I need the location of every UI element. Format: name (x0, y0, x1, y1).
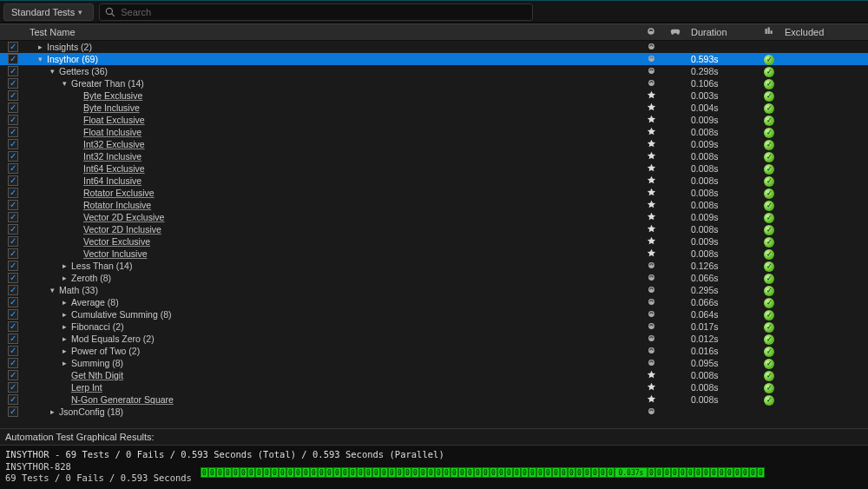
tree-row[interactable]: Rotator Inclusive0.008s (0, 199, 868, 211)
tree-row[interactable]: ▸Cumulative Summing (8)0.064s (0, 308, 868, 320)
row-checkbox[interactable] (8, 236, 18, 247)
tree-row[interactable]: Byte Exclusive0.003s (0, 89, 868, 102)
tree-row[interactable]: Int32 Inclusive0.008s (0, 150, 868, 162)
tree-row[interactable]: Float Exclusive0.009s (0, 114, 868, 126)
row-label[interactable]: Byte Inclusive (83, 102, 140, 113)
row-label[interactable]: Vector Exclusive (83, 236, 150, 247)
row-label[interactable]: Rotator Inclusive (83, 200, 151, 210)
tree-row[interactable]: Get Nth Digit0.008s (0, 369, 868, 381)
row-label[interactable]: Greater Than (14) (71, 78, 144, 89)
col-controller-icon[interactable] (663, 26, 687, 38)
expander-closed-icon[interactable]: ▸ (62, 347, 71, 355)
tree-row[interactable]: ▾Getters (36)0.298s (0, 65, 868, 77)
row-checkbox[interactable] (8, 394, 18, 405)
expander-open-icon[interactable]: ▾ (50, 286, 59, 294)
tree-row[interactable]: ▾Greater Than (14)0.106s (0, 77, 868, 89)
row-label[interactable]: Rotator Exclusive (83, 188, 155, 198)
row-checkbox[interactable] (8, 200, 18, 210)
row-label[interactable]: Lerp Int (71, 382, 102, 393)
search-field[interactable] (99, 3, 533, 21)
tree-row[interactable]: ▸Mod Equals Zero (2)0.012s (0, 333, 868, 345)
row-label[interactable]: Float Exclusive (83, 115, 145, 125)
row-label[interactable]: Cumulative Summing (8) (71, 309, 172, 320)
row-checkbox[interactable] (8, 406, 18, 417)
row-label[interactable]: Fibonacci (2) (71, 321, 124, 332)
row-checkbox[interactable] (8, 42, 18, 52)
row-checkbox[interactable] (8, 90, 18, 101)
tree-row[interactable]: Byte Inclusive0.004s (0, 102, 868, 114)
row-label[interactable]: Mod Equals Zero (2) (71, 334, 155, 344)
col-excluded[interactable]: Excluded (781, 27, 868, 37)
row-checkbox[interactable] (8, 151, 18, 162)
tree-row[interactable]: ▸Zeroth (8)0.066s (0, 272, 868, 284)
tree-row[interactable]: ▸Average (8)0.066s (0, 296, 868, 308)
row-label[interactable]: Insights (2) (47, 42, 92, 52)
tree-row[interactable]: Float Inclusive0.008s (0, 126, 868, 138)
row-checkbox[interactable] (8, 188, 18, 198)
row-label[interactable]: Vector 2D Exclusive (83, 212, 164, 222)
expander-closed-icon[interactable]: ▸ (62, 322, 71, 331)
row-label[interactable]: Vector 2D Inclusive (83, 224, 161, 235)
row-label[interactable]: Getters (36) (59, 66, 108, 76)
row-label[interactable]: Vector Inclusive (83, 248, 148, 259)
expander-open-icon[interactable]: ▾ (62, 79, 71, 88)
expander-open-icon[interactable]: ▾ (38, 55, 47, 63)
row-label[interactable]: Byte Exclusive (83, 90, 142, 101)
search-input[interactable] (121, 7, 527, 17)
row-checkbox[interactable] (8, 285, 18, 295)
tree-row[interactable]: Vector Exclusive0.009s (0, 235, 868, 248)
row-checkbox[interactable] (8, 334, 18, 344)
expander-open-icon[interactable]: ▾ (50, 67, 59, 76)
row-checkbox[interactable] (8, 321, 18, 332)
row-checkbox[interactable] (8, 273, 18, 283)
row-label[interactable]: Float Inclusive (83, 127, 141, 137)
row-label[interactable]: Get Nth Digit (71, 370, 123, 380)
test-preset-dropdown[interactable]: Standard Tests ▾ (3, 3, 94, 21)
row-checkbox[interactable] (8, 212, 18, 222)
tree-row[interactable]: Int64 Exclusive0.008s (0, 162, 868, 175)
row-label[interactable]: Power of Two (2) (71, 346, 140, 356)
row-checkbox[interactable] (8, 78, 18, 89)
tree-row[interactable]: ▸Summing (8)0.095s (0, 357, 868, 369)
col-duration[interactable]: Duration (687, 27, 757, 37)
tree-row[interactable]: ▸Fibonacci (2)0.017s (0, 320, 868, 333)
row-checkbox[interactable] (8, 66, 18, 76)
tree-row[interactable]: Vector 2D Exclusive0.009s (0, 211, 868, 223)
row-label[interactable]: Int32 Inclusive (83, 151, 141, 162)
row-checkbox[interactable] (8, 115, 18, 125)
row-label[interactable]: Summing (8) (71, 358, 123, 368)
expander-closed-icon[interactable]: ▸ (62, 298, 71, 307)
row-checkbox[interactable] (8, 224, 18, 235)
tree-row[interactable]: Int32 Exclusive0.009s (0, 138, 868, 150)
col-status-icon[interactable] (757, 26, 781, 38)
row-checkbox[interactable] (8, 346, 18, 356)
row-checkbox[interactable] (8, 139, 18, 149)
row-label[interactable]: Average (8) (71, 297, 119, 307)
row-checkbox[interactable] (8, 127, 18, 137)
row-checkbox[interactable] (8, 102, 18, 113)
row-checkbox[interactable] (8, 382, 18, 393)
tree-row[interactable]: Rotator Exclusive0.008s (0, 187, 868, 199)
expander-closed-icon[interactable]: ▸ (62, 310, 71, 319)
tree-row[interactable]: ▸Less Than (14)0.126s (0, 260, 868, 272)
tree-row[interactable]: Vector Inclusive0.008s (0, 248, 868, 260)
row-checkbox[interactable] (8, 54, 18, 64)
row-checkbox[interactable] (8, 175, 18, 186)
row-label[interactable]: Insythor (69) (47, 54, 98, 64)
row-label[interactable]: Int64 Inclusive (83, 175, 141, 186)
tree-row[interactable]: ▾Insythor (69)0.593s (0, 53, 868, 65)
tree-row[interactable]: N-Gon Generator Square0.008s (0, 393, 868, 406)
tree-row[interactable]: ▸JsonConfig (18) (0, 406, 868, 418)
tree-row[interactable]: Vector 2D Inclusive0.008s (0, 223, 868, 235)
tree-row[interactable]: ▸Insights (2) (0, 41, 868, 53)
row-label[interactable]: Less Than (14) (71, 261, 132, 271)
expander-closed-icon[interactable]: ▸ (62, 261, 71, 270)
tree-row[interactable]: ▾Math (33)0.295s (0, 284, 868, 296)
row-label[interactable]: Math (33) (59, 285, 98, 295)
tree-row[interactable]: ▸Power of Two (2)0.016s (0, 345, 868, 357)
row-checkbox[interactable] (8, 248, 18, 259)
expander-closed-icon[interactable]: ▸ (50, 407, 59, 416)
row-checkbox[interactable] (8, 297, 18, 307)
expander-closed-icon[interactable]: ▸ (62, 334, 71, 343)
col-test-name[interactable]: Test Name (26, 27, 639, 37)
